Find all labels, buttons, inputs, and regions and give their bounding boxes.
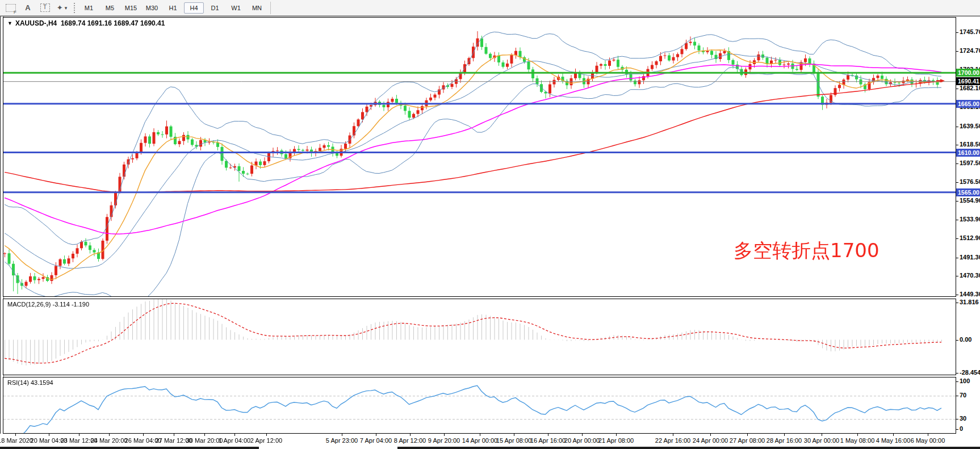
time-tick <box>49 434 49 436</box>
time-label: 8 Apr 12:00 <box>394 437 426 444</box>
time-label: 22 Apr 16:00 <box>655 437 690 444</box>
time-label: 7 Apr 04:00 <box>360 437 392 444</box>
time-tick <box>109 434 110 436</box>
axis-label: 1597.50 <box>960 160 980 166</box>
time-label: 1 May 08:00 <box>840 437 875 444</box>
time-tick <box>710 434 711 436</box>
dropdown-caret-icon[interactable]: ▾ <box>65 5 68 11</box>
timeframe-button-m5[interactable]: M5 <box>100 2 120 14</box>
arrows-glyph: ✦ <box>57 3 63 12</box>
timeframe-button-m1[interactable]: M1 <box>79 2 99 14</box>
time-tick <box>893 434 894 436</box>
timeframe-button-h4[interactable]: H4 <box>184 2 204 14</box>
axis-tick <box>956 381 958 382</box>
axis-tick <box>956 295 958 295</box>
axis-tick <box>956 258 958 258</box>
time-label: 16 Apr 16:00 <box>530 437 566 444</box>
axis-label: 1576.50 <box>960 178 980 185</box>
axis-tick <box>956 303 958 303</box>
time-tick <box>444 434 445 436</box>
axis-tick <box>956 32 958 33</box>
rsi-canvas[interactable] <box>3 377 956 433</box>
axis-tick <box>956 163 958 164</box>
window-border <box>0 16 980 16</box>
time-scale[interactable]: 18 Mar 202020 Mar 04:0023 Mar 12:0024 Ma… <box>0 434 980 447</box>
timeframe-button-m30[interactable]: M30 <box>142 2 162 14</box>
axis-label: 1470.30 <box>960 272 980 279</box>
time-label: 24 Mar 20:00 <box>91 437 128 444</box>
time-tick <box>15 434 16 436</box>
text-icon[interactable]: A <box>22 2 34 14</box>
time-tick <box>480 434 480 436</box>
trade-note-annotation: 多空转折点1700 <box>734 238 880 264</box>
price-scale[interactable]: 1745.701724.701703.101682.101661.101639.… <box>956 17 980 297</box>
time-tick <box>410 434 411 436</box>
axis-label: 1491.30 <box>960 254 980 261</box>
axis-tick <box>956 51 958 52</box>
axis-label: 1533.90 <box>960 216 980 223</box>
toolbar-grip[interactable] <box>74 3 75 13</box>
label-box: T <box>40 3 50 12</box>
time-label: 18 Mar 2020 <box>0 437 33 444</box>
axis-label: 1745.70 <box>960 28 980 35</box>
axis-label: 0 <box>960 425 963 432</box>
time-tick <box>143 434 144 436</box>
time-tick <box>204 434 205 436</box>
price-level-badge: 1610.00 <box>956 149 980 157</box>
axis-tick <box>956 238 958 239</box>
axis-label: 70 <box>960 392 966 398</box>
macd-indicator-label: MACD(12,26,9) -3.114 -1.190 <box>7 301 89 308</box>
price-chart-panel[interactable]: ▼XAUUSD-,H4 1689.74 1691.16 1689.47 1690… <box>3 17 956 297</box>
arrows-icon[interactable]: ✦▾ <box>56 2 68 14</box>
time-label: 5 Apr 23:00 <box>326 437 358 444</box>
time-tick <box>857 434 858 436</box>
axis-tick <box>956 201 958 202</box>
time-label: 4 May 16:00 <box>876 437 911 444</box>
time-tick <box>266 434 267 436</box>
rsi-panel[interactable]: RSI(14) 43.1594 <box>3 377 956 434</box>
rsi-scale[interactable]: 10070300 <box>956 377 980 434</box>
time-tick <box>928 434 928 436</box>
symbol-timeframe-label: XAUUSD-,H4 <box>15 19 57 27</box>
axis-label: -28.454 <box>960 369 980 376</box>
chart-header[interactable]: ▼XAUUSD-,H4 1689.74 1691.16 1689.47 1690… <box>7 19 165 27</box>
fibonacci-icon[interactable]: F <box>5 2 17 14</box>
axis-tick <box>956 127 958 127</box>
timeframe-button-w1[interactable]: W1 <box>226 2 246 14</box>
label-icon[interactable]: T <box>39 2 51 14</box>
timeframe-button-h1[interactable]: H1 <box>163 2 183 14</box>
macd-canvas[interactable] <box>3 299 956 375</box>
time-tick <box>514 434 514 436</box>
toolbar: F A T ✦▾ M1M5M15M30H1H4D1W1MN <box>0 0 980 16</box>
axis-tick <box>956 340 958 341</box>
macd-panel[interactable]: MACD(12,26,9) -3.114 -1.190 <box>3 299 956 375</box>
timeframe-group: M1M5M15M30H1H4D1W1MN <box>78 2 267 14</box>
axis-label: 1512.90 <box>960 234 980 241</box>
axis-label: 1724.70 <box>960 47 980 54</box>
time-tick <box>616 434 617 436</box>
axis-label: 100 <box>960 377 970 384</box>
time-label: 2 Apr 12:00 <box>250 437 282 444</box>
time-label: 28 Apr 16:00 <box>767 437 802 444</box>
time-label: 30 Mar 20:00 <box>186 437 223 444</box>
time-label: 15 Apr 08:00 <box>496 437 531 444</box>
collapse-triangle-icon[interactable]: ▼ <box>7 20 12 26</box>
axis-tick <box>956 145 958 145</box>
timeframe-button-m15[interactable]: M15 <box>121 2 141 14</box>
axis-tick <box>956 373 958 374</box>
axis-label: 1449.30 <box>960 291 980 297</box>
timeframe-button-d1[interactable]: D1 <box>205 2 225 14</box>
axis-label: 1682.10 <box>960 85 980 91</box>
bottom-scrollbar[interactable] <box>397 447 980 449</box>
time-tick <box>174 434 174 436</box>
price-level-badge: 1565.00 <box>956 188 980 196</box>
macd-scale[interactable]: 31.8160.00-28.454 <box>956 299 980 375</box>
time-label: 20 Apr 00:00 <box>564 437 600 444</box>
axis-label: 1618.50 <box>960 141 980 148</box>
toolbar-separator <box>270 2 271 14</box>
mt4-window: F A T ✦▾ M1M5M15M30H1H4D1W1MN ▼XAUUSD-,H… <box>0 0 980 449</box>
time-label: 27 Apr 08:00 <box>730 437 765 444</box>
time-tick <box>673 434 673 436</box>
bottom-scrollbar[interactable] <box>0 447 259 449</box>
timeframe-button-mn[interactable]: MN <box>247 2 267 14</box>
